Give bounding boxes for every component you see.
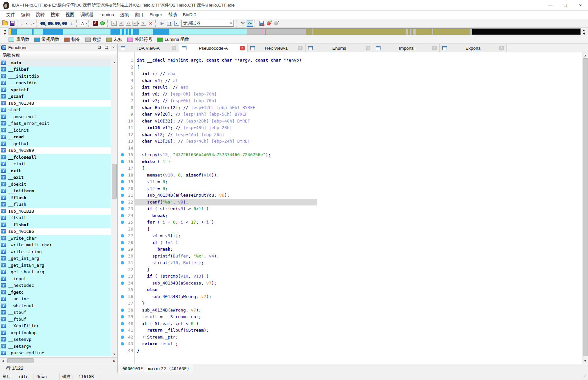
line-marker-dot[interactable] xyxy=(121,241,124,244)
code-line[interactable]: 18 memset(v10, 0, sizeof(v10)); xyxy=(118,172,588,179)
function-row[interactable]: f__whiteout xyxy=(0,302,111,309)
nav-band-segment[interactable] xyxy=(312,29,313,35)
line-marker-dot[interactable] xyxy=(121,207,124,210)
pseudocode-view[interactable]: 1int __cdecl main(int argc, const char *… xyxy=(118,52,588,364)
line-marker-dot[interactable] xyxy=(121,187,124,190)
line-marker-dot[interactable] xyxy=(121,255,124,258)
code-line[interactable]: 4 char v4; // al xyxy=(118,77,588,84)
line-marker-dot[interactable] xyxy=(121,153,124,156)
function-row[interactable]: f__setargv xyxy=(0,343,111,350)
function-row[interactable]: f_get_int64_arg xyxy=(0,262,111,269)
line-marker-dot[interactable] xyxy=(121,201,124,204)
nav-band-segment[interactable] xyxy=(43,29,63,35)
code-line[interactable]: 16 while ( 1 ) xyxy=(118,158,588,165)
code-line[interactable]: 38 sub_40134B(aWrong, v7); xyxy=(118,307,588,314)
scroll-up-arrow-icon[interactable]: ▲ xyxy=(111,59,117,65)
save-button[interactable] xyxy=(9,20,15,27)
menu-item[interactable]: 帮助 xyxy=(165,11,180,18)
code-line[interactable]: 28 if ( !v4 ) xyxy=(118,239,588,246)
code-line[interactable]: 13 char v13[36]; // [esp+4Ch] [ebp-24h] … xyxy=(118,138,588,145)
nav-band-segment[interactable] xyxy=(411,29,413,35)
maximize-button[interactable]: □ xyxy=(558,0,573,10)
undefine-button[interactable]: ✕ xyxy=(147,20,154,27)
minimize-button[interactable]: — xyxy=(543,0,558,10)
menu-item[interactable]: 文件 xyxy=(3,11,18,18)
code-line[interactable]: 21 sub_40134B(aPleaseInputYou, v6); xyxy=(118,192,588,199)
function-row[interactable]: f___endstdio xyxy=(0,80,111,87)
code-line[interactable]: 9 char v9[20]; // [esp+14h] [ebp-5Ch] BY… xyxy=(118,111,588,118)
function-row[interactable]: f_fast_error_exit xyxy=(0,120,111,127)
code-line[interactable]: 31 strcat(v10, Buffer); xyxy=(118,259,588,266)
functions-horizontal-scrollbar[interactable]: ◀ ▶ xyxy=(0,357,117,364)
nav-band-segment[interactable] xyxy=(432,29,433,35)
function-row[interactable]: f__exit xyxy=(0,174,111,181)
navigate-forward-button[interactable]: →▾ xyxy=(28,20,35,27)
function-row[interactable]: fsub_401889 xyxy=(0,147,111,154)
open-file-button[interactable] xyxy=(2,20,8,27)
code-line[interactable]: 35 else xyxy=(118,286,588,293)
function-row[interactable]: f_fgetc xyxy=(0,289,111,296)
function-row[interactable]: f_write_string xyxy=(0,248,111,255)
code-line[interactable]: 27 v4 = v9[i]; xyxy=(118,232,588,239)
code-vertical-scrollbar[interactable]: ▲ ▼ xyxy=(582,52,588,364)
function-row[interactable]: f__flush xyxy=(0,201,111,208)
function-row[interactable]: f___initstdio xyxy=(0,73,111,80)
code-line[interactable]: 44} xyxy=(118,347,588,354)
function-row[interactable]: f__flsbuf xyxy=(0,221,111,228)
lumina-button[interactable] xyxy=(99,20,106,27)
code-line[interactable]: 29 break; xyxy=(118,246,588,253)
code-line[interactable]: 25 for ( i = 0; i < 17; ++i ) xyxy=(118,219,588,226)
code-line[interactable]: 14 xyxy=(118,145,588,152)
nav-band-segment[interactable] xyxy=(416,29,469,35)
nav-band-segment[interactable] xyxy=(129,29,131,35)
scroll-right-arrow-icon[interactable]: ▶ xyxy=(111,358,117,364)
debugger-pause-button[interactable]: ❙❙ xyxy=(166,20,173,27)
tab-pseudocode-a[interactable]: Pseudocode-A× xyxy=(179,44,248,52)
function-row[interactable]: f_parse_cmdline xyxy=(0,350,111,357)
tab-close-icon[interactable]: × xyxy=(298,46,303,50)
make-code-button[interactable]: c xyxy=(111,20,117,27)
line-marker-dot[interactable] xyxy=(121,248,124,251)
code-line[interactable]: 34 sub_40134B(aSuccess, v7); xyxy=(118,280,588,287)
function-row[interactable]: f_exit xyxy=(0,167,111,174)
menu-item[interactable]: 选项 xyxy=(117,11,132,18)
menu-item[interactable]: 视图 xyxy=(62,11,77,18)
menu-item[interactable]: BinDiff xyxy=(180,12,199,18)
debugger-stop-button[interactable]: ■ xyxy=(173,20,180,27)
function-row[interactable]: f_scanf xyxy=(0,93,111,100)
function-row[interactable]: f__input xyxy=(0,275,111,282)
line-marker-dot[interactable] xyxy=(121,234,124,237)
menu-item[interactable]: Lumina xyxy=(97,12,117,18)
line-marker-dot[interactable] xyxy=(121,329,124,332)
menu-item[interactable]: Finger xyxy=(147,12,165,18)
tab-exports[interactable]: Exports× xyxy=(440,44,507,52)
make-string-button[interactable]: s+▾ xyxy=(133,20,140,27)
code-line[interactable]: 20 v12 = 0; xyxy=(118,185,588,192)
band-scroll-left-arrows[interactable]: ◀▶ xyxy=(3,28,7,35)
tab-hex-view-1[interactable]: Hex View-1× xyxy=(248,44,306,52)
nav-band-segment[interactable] xyxy=(133,29,139,35)
nav-band-segment[interactable] xyxy=(408,29,410,35)
band-scroll-right-arrows[interactable]: ▶◀ xyxy=(581,28,586,35)
menu-item[interactable]: 编辑 xyxy=(18,11,33,18)
code-line[interactable]: 36 sub_40134B(aWrong, v7); xyxy=(118,293,588,300)
scrollbar-thumb[interactable] xyxy=(583,58,588,356)
panel-close-button[interactable]: × xyxy=(111,45,116,50)
code-line[interactable]: 23 if ( strlen(v9) > 0x11 ) xyxy=(118,205,588,212)
function-row[interactable]: f_get_short_arg xyxy=(0,269,111,276)
close-button[interactable]: × xyxy=(573,0,588,10)
function-row[interactable]: f__un_inc xyxy=(0,296,111,303)
make-array-button[interactable]: a+ xyxy=(125,20,132,27)
search-sequence-button[interactable] xyxy=(54,20,61,27)
function-row[interactable]: f_flsall xyxy=(0,215,111,222)
code-line[interactable]: 33 if ( !strcmp(v10, v13) ) xyxy=(118,273,588,280)
function-row[interactable]: f__amsg_exit xyxy=(0,113,111,120)
line-marker-dot[interactable] xyxy=(121,174,124,177)
functions-vertical-scrollbar[interactable]: ▲ ▼ xyxy=(111,59,117,357)
tab-imports[interactable]: Imports× xyxy=(373,44,440,52)
navigation-band[interactable] xyxy=(9,28,581,35)
function-row[interactable]: f_fflush xyxy=(0,194,111,201)
code-line[interactable]: 40 if ( Stream._cnt < 0 ) xyxy=(118,320,588,327)
nav-band-segment[interactable] xyxy=(122,29,124,35)
code-line[interactable]: 8 char Buffer[2]; // [esp+12h] [ebp-5Eh]… xyxy=(118,104,588,111)
